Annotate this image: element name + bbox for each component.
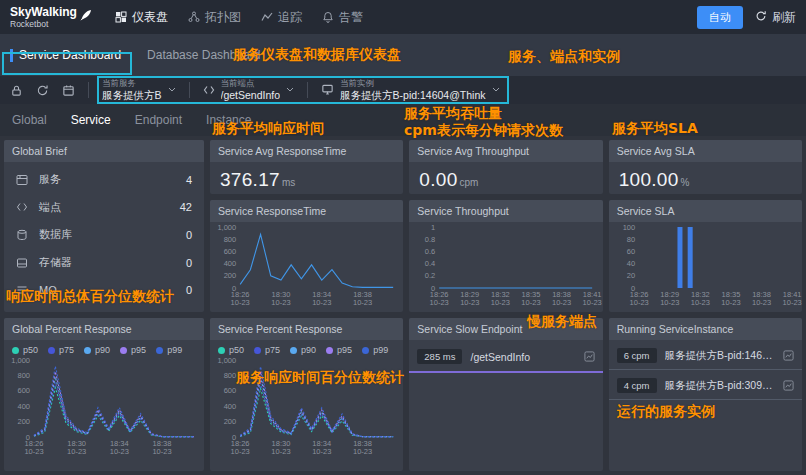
current-instance-value: 服务提供方B-pid:14604@Think [340, 89, 485, 101]
chevron-down-icon [286, 87, 294, 92]
service-throughput-chart-card: Service Throughput 10.80.60.40.2018:2610… [409, 200, 602, 312]
metric-unit: ms [282, 177, 295, 188]
slow-endpoint-card: Service Slow Endpoint 285 ms /getSendInf… [409, 318, 602, 471]
svg-text:18:3010-23: 18:3010-23 [271, 290, 290, 307]
legend-p75: p75 [254, 345, 280, 355]
svg-text:18:2610-23: 18:2610-23 [231, 439, 250, 456]
endpoint-selector[interactable]: 当前端点 /getSendInfo [203, 79, 295, 101]
nav-item-alarm[interactable]: 告警 [322, 9, 363, 26]
running-instance-card: Running ServiceInstance 6 cpm 服务提供方B-pid… [609, 318, 802, 471]
cpm-badge: 6 cpm [617, 348, 657, 363]
brief-item-endpoint: 端点 42 [16, 194, 192, 222]
legend-dot [12, 347, 19, 354]
tab-database-dashboard-label: Database Dashboard [147, 48, 260, 62]
brief-item-service: 服务 4 [16, 166, 192, 194]
tab-database-dashboard[interactable]: Database Dashboard [147, 48, 260, 62]
service-percent-response-card: Service Percent Response p50 p75 p90 p95… [210, 318, 403, 471]
svg-text:18:3810-23: 18:3810-23 [353, 439, 372, 456]
skywalking-dashboard: SkyWalking Rocketbot 仪表盘 拓扑图 [0, 0, 806, 475]
svg-text:18:3410-23: 18:3410-23 [312, 439, 331, 456]
legend-dot [218, 347, 225, 354]
instance-selector[interactable]: 当前实例 服务提供方B-pid:14604@Think [321, 79, 499, 101]
endpoint-name: /getSendInfo [470, 351, 575, 363]
active-tab-indicator [10, 49, 13, 62]
storage-icon [16, 257, 30, 269]
brief-label: 存储器 [39, 255, 72, 270]
brief-value: 0 [186, 229, 192, 241]
top-navbar: SkyWalking Rocketbot 仪表盘 拓扑图 [0, 0, 806, 34]
tab-instance[interactable]: Instance [206, 113, 251, 127]
metric-title: Service Avg Throughput [409, 140, 602, 162]
chevron-down-icon [168, 87, 176, 92]
svg-text:18:2910-23: 18:2910-23 [660, 290, 679, 307]
calendar-icon[interactable] [62, 84, 75, 97]
list-item[interactable]: 4 cpm 服务提供方B-pid:30904@Thi... [609, 370, 802, 400]
list-item[interactable]: 6 cpm 服务提供方B-pid:14604@Thi... [609, 340, 802, 370]
service-sla-chart-card: Service SLA 10080604020018:2610-2318:291… [609, 200, 802, 312]
legend-dot [120, 347, 127, 354]
sync-icon[interactable] [36, 84, 49, 97]
tab-endpoint[interactable]: Endpoint [135, 113, 182, 127]
current-service-value: 服务提供方B [102, 89, 162, 101]
sparkline-icon[interactable] [584, 351, 595, 362]
metric-unit: cpm [460, 177, 479, 188]
sparkline-icon[interactable] [783, 350, 794, 361]
endpoint-icon [16, 201, 30, 213]
svg-text:18:3810-23: 18:3810-23 [752, 290, 771, 307]
refresh-button[interactable]: 刷新 [755, 9, 796, 26]
global-brief-title: Global Brief [4, 140, 204, 162]
nav-item-topology[interactable]: 拓扑图 [188, 9, 241, 26]
avg-throughput-card: Service Avg Throughput 0.00 cpm [409, 140, 602, 194]
svg-text:18:4110-23: 18:4110-23 [583, 290, 602, 307]
nav-item-dashboard[interactable]: 仪表盘 [115, 9, 168, 26]
dashboard-tabs: Service Dashboard Database Dashboard [0, 34, 806, 76]
brief-item-database: 数据库 0 [16, 221, 192, 249]
throughput-chart: 10.80.60.40.2018:2610-2318:2910-2318:321… [409, 222, 602, 308]
app-logo[interactable]: SkyWalking Rocketbot [10, 6, 93, 29]
svg-text:40: 40 [626, 259, 634, 268]
svg-text:18:3010-23: 18:3010-23 [67, 439, 86, 456]
lock-icon[interactable] [10, 84, 23, 97]
list-item[interactable]: 285 ms /getSendInfo [409, 340, 602, 373]
svg-text:0.8: 0.8 [425, 235, 435, 244]
svg-text:600: 600 [224, 386, 237, 395]
svg-text:18:2610-23: 18:2610-23 [231, 290, 250, 307]
auto-button[interactable]: 自动 [697, 6, 743, 29]
svg-text:0.4: 0.4 [425, 259, 435, 268]
current-service-label: 当前服务 [102, 79, 162, 89]
legend-p50: p50 [218, 345, 244, 355]
toolbar-divider [88, 82, 89, 98]
rocket-icon [79, 8, 93, 26]
svg-text:18:3410-23: 18:3410-23 [312, 290, 331, 307]
global-percent-response-card: Global Percent Response p50 p75 p90 p95 … [4, 318, 204, 471]
tab-service[interactable]: Service [71, 113, 111, 127]
responsetime-chart: 1,000800600400200018:2610-2318:3010-2318… [210, 222, 403, 308]
legend-dot [254, 347, 261, 354]
nav-item-trace[interactable]: 追踪 [261, 9, 302, 26]
code-icon [203, 84, 215, 96]
context-toolbar: 当前服务 服务提供方B 当前端点 /getSendInfo [0, 76, 806, 104]
service-selector[interactable]: 当前服务 服务提供方B [102, 79, 176, 101]
brief-label: MQ [39, 284, 57, 296]
svg-text:0.2: 0.2 [425, 271, 435, 280]
percentile-legend: p50 p75 p90 p95 p99 [4, 340, 204, 355]
tab-service-dashboard[interactable]: Service Dashboard [10, 48, 121, 62]
current-instance-label: 当前实例 [340, 79, 485, 89]
legend-dot [156, 347, 163, 354]
svg-text:200: 200 [224, 417, 237, 426]
brief-item-mq: MQ 0 [16, 276, 192, 304]
nav-label-topology: 拓扑图 [205, 9, 241, 26]
legend-p95: p95 [120, 345, 146, 355]
svg-text:18:3010-23: 18:3010-23 [271, 439, 290, 456]
sparkline-icon[interactable] [783, 380, 794, 391]
nav-label-alarm: 告警 [339, 9, 363, 26]
tab-global[interactable]: Global [12, 113, 47, 127]
brief-value: 0 [186, 257, 192, 269]
svg-text:20: 20 [626, 271, 634, 280]
database-icon [16, 229, 30, 241]
service-icon [16, 174, 30, 186]
brief-value: 42 [180, 201, 192, 213]
svg-text:800: 800 [17, 371, 30, 380]
svg-text:200: 200 [224, 271, 237, 280]
svg-text:600: 600 [224, 247, 237, 256]
